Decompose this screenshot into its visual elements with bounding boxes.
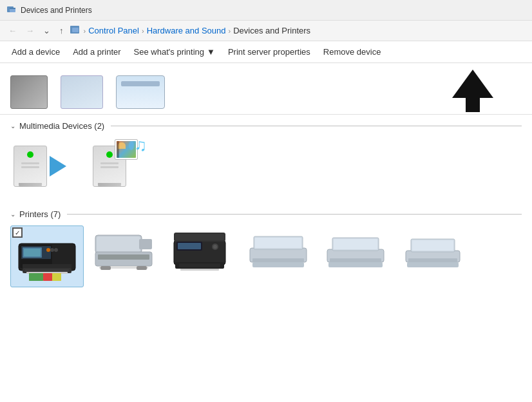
- selected-checkmark: ✓: [12, 227, 23, 238]
- laser-printer-2-svg: [325, 230, 389, 280]
- svg-rect-31: [175, 234, 224, 240]
- svg-point-10: [46, 248, 50, 252]
- laser-printer-svg: [247, 230, 312, 280]
- forward-button[interactable]: →: [23, 24, 37, 37]
- svg-rect-36: [180, 269, 219, 271]
- svg-rect-33: [178, 243, 201, 249]
- multimedia-section-header: ⌄ Multimedia Devices (2): [0, 115, 532, 135]
- printer-item-5[interactable]: [321, 225, 393, 287]
- multimedia-section: ⌄ Multimedia Devices (2): [0, 115, 532, 203]
- svg-rect-35: [179, 263, 220, 267]
- multimedia-device-2-icon: ♫: [84, 144, 135, 189]
- music-note-icon: ♫: [135, 135, 147, 155]
- printer-item-1[interactable]: ✓: [10, 225, 84, 287]
- printer-item-4[interactable]: [243, 225, 316, 287]
- svg-rect-18: [29, 273, 43, 281]
- svg-rect-4: [72, 28, 79, 32]
- partial-icon-3: [116, 75, 165, 109]
- green-indicator-2: [106, 151, 113, 158]
- up-button[interactable]: ↑: [56, 24, 67, 37]
- svg-rect-42: [252, 258, 304, 262]
- svg-point-11: [50, 248, 54, 252]
- svg-rect-44: [252, 262, 304, 267]
- svg-rect-23: [139, 239, 152, 249]
- add-printer-button[interactable]: Add a printer: [66, 44, 127, 60]
- svg-rect-9: [24, 249, 41, 256]
- dropdown-arrow-icon: ▼: [207, 47, 215, 57]
- inkjet-printer-svg: [16, 232, 78, 282]
- back-button[interactable]: ←: [5, 24, 20, 37]
- partial-devices-row: [0, 63, 532, 115]
- breadcrumb-icon: [70, 24, 81, 37]
- printer-5-icon: [325, 229, 389, 281]
- printer-3-icon: [170, 229, 234, 281]
- printers-section-line: [67, 214, 522, 215]
- flatbed-printer-svg: [93, 230, 157, 280]
- breadcrumb-devices-printers: Devices and Printers: [233, 26, 310, 35]
- printers-grid: ✓: [0, 223, 532, 298]
- svg-rect-27: [100, 266, 111, 270]
- multimedia-devices-grid: ♫: [0, 135, 532, 203]
- svg-point-38: [213, 245, 217, 249]
- dark-printer-svg: [170, 230, 234, 280]
- multimedia-device-2[interactable]: ♫: [80, 140, 139, 193]
- printers-section-title: Printers (7): [19, 209, 61, 219]
- breadcrumb: › Control Panel › Hardware and Sound › D…: [70, 24, 311, 37]
- scroll-up-indicator: [452, 70, 493, 112]
- svg-rect-50: [328, 262, 383, 267]
- printer-4-icon: [247, 229, 312, 281]
- breadcrumb-sep-3: ›: [228, 27, 231, 35]
- printer-item-2[interactable]: [89, 225, 161, 287]
- svg-rect-20: [52, 273, 61, 281]
- svg-rect-53: [412, 240, 453, 251]
- printers-section: ⌄ Printers (7) ✓: [0, 203, 532, 298]
- breadcrumb-control-panel[interactable]: Control Panel: [88, 26, 139, 35]
- see-printing-button[interactable]: See what's printing ▼: [128, 44, 222, 60]
- svg-rect-15: [23, 264, 71, 268]
- svg-point-12: [54, 248, 58, 252]
- multimedia-chevron-icon[interactable]: ⌄: [10, 122, 15, 129]
- multimedia-section-line: [111, 126, 522, 126]
- svg-rect-2: [10, 8, 15, 9]
- multimedia-section-title: Multimedia Devices (2): [19, 121, 104, 131]
- svg-rect-14: [25, 269, 69, 272]
- breadcrumb-sep-2: ›: [142, 27, 144, 35]
- svg-rect-47: [334, 239, 377, 249]
- partial-device-1: [10, 75, 48, 109]
- svg-rect-25: [98, 254, 149, 260]
- printers-section-header: ⌄ Printers (7): [0, 203, 532, 223]
- partial-device-3: [116, 75, 165, 109]
- up-arrow-stem: [466, 98, 480, 112]
- title-bar: Devices and Printers: [0, 0, 532, 21]
- svg-rect-56: [407, 262, 459, 267]
- partial-device-2: [61, 75, 103, 109]
- svg-rect-28: [137, 266, 147, 270]
- printer-1-icon: [15, 231, 79, 283]
- laser-printer-3-svg: [402, 230, 466, 280]
- svg-rect-41: [255, 238, 301, 248]
- svg-rect-22: [97, 236, 140, 252]
- green-indicator: [27, 151, 33, 158]
- main-content: ⌄ Multimedia Devices (2): [0, 63, 532, 396]
- window-title: Devices and Printers: [21, 6, 92, 15]
- breadcrumb-sep-1: ›: [84, 27, 86, 35]
- breadcrumb-hardware-sound[interactable]: Hardware and Sound: [147, 26, 226, 35]
- print-server-button[interactable]: Print server properties: [222, 44, 317, 60]
- svg-rect-19: [43, 273, 52, 281]
- multimedia-device-1[interactable]: [10, 140, 70, 193]
- printer-item-6[interactable]: [398, 225, 470, 287]
- partial-icon-2: [61, 75, 103, 109]
- printer-item-3[interactable]: [166, 225, 238, 287]
- blue-arrow-icon: [50, 156, 66, 177]
- remove-device-button[interactable]: Remove device: [317, 44, 388, 60]
- window-icon: [6, 4, 17, 16]
- add-device-button[interactable]: Add a device: [5, 44, 66, 60]
- nav-bar: ← → ⌄ ↑ › Control Panel › Hardware and S…: [0, 21, 532, 41]
- printer-2-icon: [93, 229, 157, 281]
- dropdown-button[interactable]: ⌄: [40, 24, 53, 37]
- toolbar: Add a device Add a printer See what's pr…: [0, 41, 532, 63]
- mm-tower-1: [14, 146, 47, 187]
- svg-rect-54: [408, 258, 457, 262]
- partial-icon-1: [10, 75, 48, 109]
- printers-chevron-icon[interactable]: ⌄: [10, 211, 15, 218]
